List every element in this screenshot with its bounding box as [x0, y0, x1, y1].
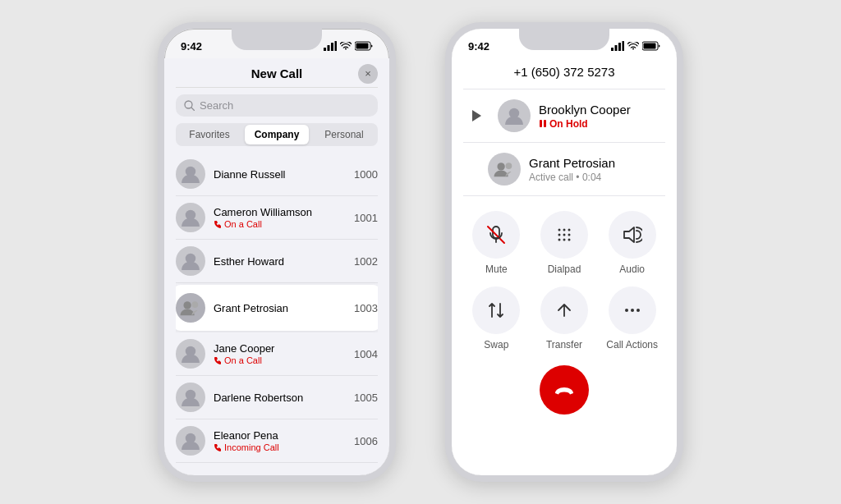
contact-ext: 1001	[354, 212, 378, 224]
tab-favorites[interactable]: Favorites	[177, 125, 241, 144]
call-name: Brooklyn Cooper	[539, 103, 665, 117]
contact-name: Eleanor Pena	[214, 429, 346, 442]
audio-label: Audio	[619, 263, 645, 275]
svg-marker-22	[472, 110, 481, 121]
play-button[interactable]	[463, 103, 489, 129]
contact-info: Cameron Williamson On a Call	[214, 206, 346, 229]
status-icons-2	[611, 41, 660, 51]
audio-button[interactable]: Audio	[604, 211, 660, 275]
mute-button[interactable]: Mute	[468, 211, 525, 275]
new-call-header: New Call ×	[176, 58, 378, 88]
contact-item[interactable]: Esther Howard 1002	[176, 240, 378, 283]
play-icon	[471, 109, 482, 122]
svg-point-37	[563, 239, 565, 241]
phone1-screen: New Call × Search Favorites Company Pers…	[164, 58, 389, 475]
call-entry-hold[interactable]: Brooklyn Cooper On Hold	[463, 89, 665, 143]
call-actions-circle	[609, 286, 656, 334]
new-call-title: New Call	[251, 66, 303, 80]
contact-item-selected[interactable]: Grant Petrosian 1003	[176, 285, 378, 331]
svg-point-40	[625, 309, 628, 312]
phone-icon	[214, 356, 222, 364]
dialpad-circle	[540, 211, 588, 259]
svg-point-30	[558, 229, 560, 231]
action-grid: Mute Dialpad	[463, 211, 665, 351]
call-actions-label: Call Actions	[606, 339, 658, 351]
search-bar[interactable]: Search	[176, 94, 378, 117]
avatar	[488, 153, 521, 186]
transfer-circle	[540, 286, 588, 334]
close-button[interactable]: ×	[358, 64, 378, 84]
avatar	[176, 426, 205, 456]
call-entry-active[interactable]: Grant Petrosian Active call • 0:04	[463, 143, 665, 196]
contact-info: Grant Petrosian	[214, 302, 346, 314]
svg-rect-16	[611, 48, 614, 51]
avatar	[498, 99, 531, 132]
contact-name: Darlene Robertson	[214, 392, 346, 404]
contact-info: Esther Howard	[214, 255, 346, 268]
svg-rect-21	[644, 44, 656, 49]
svg-rect-24	[540, 120, 542, 127]
call-actions-button[interactable]: Call Actions	[604, 286, 660, 351]
avatar	[176, 383, 205, 412]
battery-icon	[642, 41, 660, 51]
contact-item[interactable]: Cameron Williamson On a Call 1001	[176, 196, 378, 240]
svg-point-12	[192, 301, 199, 308]
status-icons-1	[324, 41, 373, 51]
contact-info: Dianne Russell	[214, 168, 346, 181]
swap-label: Swap	[484, 339, 508, 351]
contact-ext: 1005	[354, 392, 378, 404]
contact-item[interactable]: Dianne Russell 1000	[176, 153, 378, 196]
dialpad-icon	[555, 226, 573, 244]
avatar	[176, 339, 205, 369]
segment-control: Favorites Company Personal	[176, 123, 378, 146]
audio-icon	[623, 225, 642, 245]
end-call-area	[463, 365, 665, 415]
wifi-icon	[340, 42, 352, 51]
end-call-button[interactable]	[540, 365, 589, 415]
dialpad-label: Dialpad	[548, 263, 581, 275]
contact-item[interactable]: Darlene Robertson 1005	[176, 376, 378, 419]
svg-point-42	[636, 309, 640, 312]
tab-personal[interactable]: Personal	[312, 125, 376, 144]
phone-1: 9:42 New Call ×	[158, 22, 396, 482]
svg-rect-25	[544, 120, 546, 127]
svg-point-35	[568, 234, 570, 236]
contact-status: Incoming Call	[214, 442, 346, 452]
svg-rect-5	[356, 44, 369, 49]
svg-point-36	[558, 239, 560, 241]
status-bar-1: 9:42	[164, 29, 389, 58]
avatar	[176, 159, 205, 189]
tab-company[interactable]: Company	[245, 125, 309, 144]
audio-circle	[609, 211, 656, 259]
contact-status: On a Call	[214, 355, 346, 365]
phone2-screen: +1 (650) 372 5273 Brooklyn Cooper On Hol…	[452, 58, 677, 475]
contact-name: Cameron Williamson	[214, 206, 346, 218]
svg-line-7	[191, 108, 195, 111]
avatar	[176, 246, 205, 276]
end-call-icon	[553, 378, 576, 401]
contact-item[interactable]: Eleanor Pena Incoming Call 1006	[176, 419, 378, 463]
contact-name: Grant Petrosian	[214, 302, 346, 314]
svg-rect-18	[618, 43, 621, 51]
svg-rect-0	[324, 48, 326, 51]
contact-info: Jane Cooper On a Call	[214, 342, 346, 365]
svg-marker-39	[624, 227, 634, 242]
dialpad-button[interactable]: Dialpad	[536, 211, 593, 275]
phone-2: 9:42 +1 (650) 372 5273	[445, 22, 683, 482]
svg-point-32	[568, 229, 570, 231]
transfer-icon	[554, 300, 574, 320]
transfer-button[interactable]: Transfer	[536, 286, 593, 351]
contact-info: Darlene Robertson	[214, 392, 346, 404]
signal-icon	[324, 41, 337, 51]
swap-button[interactable]: Swap	[468, 286, 525, 351]
mute-icon	[486, 225, 506, 245]
contact-item[interactable]: Jane Cooper On a Call 1004	[176, 332, 378, 376]
contact-list: Dianne Russell 1000 Cameron Williamson O…	[176, 153, 378, 463]
pause-icon	[539, 119, 547, 128]
mute-label: Mute	[485, 263, 508, 275]
contact-ext: 1004	[354, 348, 378, 360]
transfer-label: Transfer	[546, 339, 582, 351]
svg-point-41	[631, 309, 634, 312]
mute-circle	[472, 211, 520, 259]
swap-icon	[486, 300, 506, 320]
